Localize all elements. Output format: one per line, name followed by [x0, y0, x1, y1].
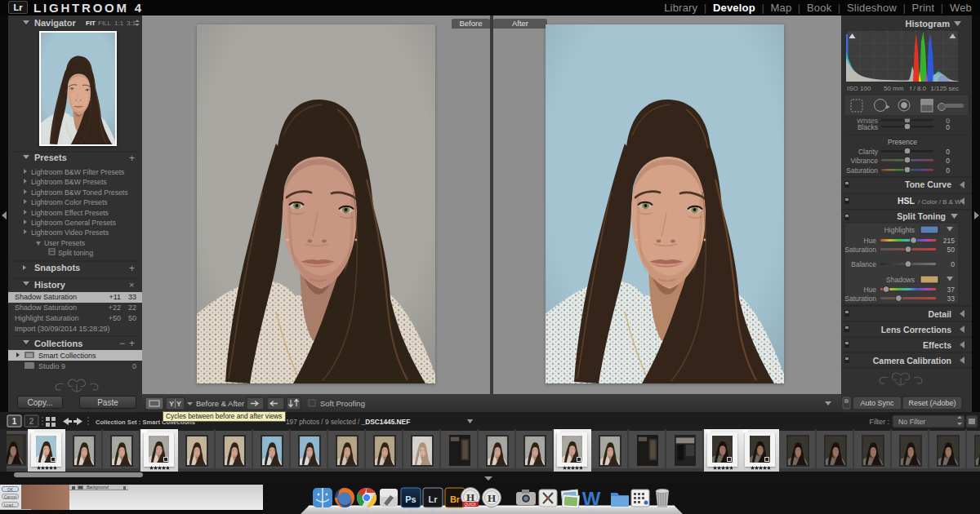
svg-text:Lightroom General Presets: Lightroom General Presets: [31, 219, 116, 227]
svg-text:−: −: [119, 338, 125, 349]
svg-text:Reset (Adobe): Reset (Adobe): [908, 399, 956, 407]
svg-text:Import (30/09/2014 15:28:29): Import (30/09/2014 15:28:29): [15, 325, 110, 333]
svg-text:+: +: [129, 338, 135, 349]
svg-text:Y: Y: [169, 400, 174, 408]
svg-text:f / 8.0: f / 8.0: [910, 85, 927, 92]
svg-text:50 mm: 50 mm: [884, 85, 904, 92]
svg-text:Saturation: Saturation: [846, 166, 878, 175]
svg-text:Ps: Ps: [405, 494, 416, 504]
svg-text:Lightroom B&W Filter Presets: Lightroom B&W Filter Presets: [31, 168, 125, 176]
svg-text:+22: +22: [109, 304, 121, 312]
svg-text:Lightroom Video Presets: Lightroom Video Presets: [31, 228, 109, 237]
svg-text:Snapshots: Snapshots: [34, 263, 80, 273]
svg-text:Balance: Balance: [851, 260, 876, 268]
svg-text:Collections: Collections: [34, 339, 82, 348]
svg-text:22: 22: [128, 304, 136, 312]
svg-text:Shadow Saturation: Shadow Saturation: [15, 293, 77, 301]
svg-text:197 photos / 9 selected / _DSC: 197 photos / 9 selected / _DSC1445.NEF: [286, 418, 410, 426]
svg-text:0: 0: [946, 157, 950, 165]
svg-text:Lightroom B&W Toned Presets: Lightroom B&W Toned Presets: [31, 188, 128, 197]
svg-text:Vibrance: Vibrance: [851, 157, 879, 165]
svg-text:1: 1: [12, 417, 17, 426]
svg-text:Highlights: Highlights: [884, 226, 915, 234]
svg-text:215: 215: [943, 237, 955, 245]
svg-text:Histogram: Histogram: [906, 19, 951, 29]
svg-text:50: 50: [947, 246, 956, 254]
svg-text:ISO 100: ISO 100: [847, 85, 871, 92]
svg-text:+11: +11: [109, 293, 121, 301]
svg-text:50: 50: [128, 314, 136, 322]
svg-text:Smart Collections: Smart Collections: [38, 352, 96, 360]
svg-text:History: History: [34, 280, 66, 290]
svg-text:Hue: Hue: [863, 286, 876, 294]
svg-text:QUICK: QUICK: [465, 503, 476, 507]
svg-text:HSL: HSL: [898, 196, 915, 206]
svg-text:0: 0: [132, 362, 136, 370]
svg-text:Blacks: Blacks: [858, 123, 878, 131]
svg-text:3:1: 3:1: [127, 20, 136, 27]
svg-text:0: 0: [946, 148, 950, 156]
svg-text:Saturation: Saturation: [844, 295, 876, 303]
svg-text:Presence: Presence: [888, 138, 917, 146]
svg-text:Clarity: Clarity: [858, 148, 879, 156]
svg-text:Effects: Effects: [923, 340, 951, 350]
svg-text:+50: +50: [109, 314, 121, 322]
svg-text:Auto Sync: Auto Sync: [860, 399, 894, 407]
svg-text:H: H: [488, 492, 496, 504]
svg-text:Hue: Hue: [863, 237, 876, 245]
svg-text:Tone Curve: Tone Curve: [905, 179, 951, 189]
svg-text:Before & After :: Before & After :: [196, 399, 248, 408]
svg-text:User Presets: User Presets: [44, 239, 86, 247]
svg-text:33: 33: [128, 293, 136, 301]
svg-text:Shadows: Shadows: [886, 276, 915, 284]
svg-text:Detail: Detail: [928, 309, 951, 319]
svg-text:Soft Proofing: Soft Proofing: [320, 399, 365, 408]
svg-text:Split Toning: Split Toning: [897, 211, 946, 221]
svg-text:+: +: [129, 153, 135, 164]
svg-text:0: 0: [946, 166, 950, 175]
svg-text:FILL: FILL: [98, 20, 112, 27]
svg-text:FIT: FIT: [86, 20, 96, 27]
svg-text:Lightroom Effect Presets: Lightroom Effect Presets: [31, 209, 109, 217]
svg-text:Highlight Saturation: Highlight Saturation: [15, 314, 79, 322]
svg-text:0: 0: [946, 123, 950, 131]
svg-text:1:1: 1:1: [114, 20, 124, 27]
svg-text:/ Color / B & W: / Color / B & W: [918, 198, 961, 206]
svg-text:×: ×: [129, 280, 134, 290]
svg-text:2: 2: [29, 417, 34, 426]
svg-text:Lr: Lr: [429, 494, 439, 504]
svg-text:Filter :: Filter :: [870, 418, 889, 426]
svg-text:Navigator: Navigator: [34, 18, 76, 28]
svg-text:Lightroom Color Presets: Lightroom Color Presets: [31, 198, 108, 206]
svg-text:No Filter: No Filter: [898, 418, 925, 426]
svg-text:Br: Br: [450, 494, 461, 504]
svg-text:Y: Y: [176, 400, 181, 408]
svg-text:Presets: Presets: [34, 153, 67, 162]
svg-text:Camera Calibration: Camera Calibration: [873, 356, 951, 366]
svg-text:Shadow Saturation: Shadow Saturation: [15, 304, 77, 312]
svg-text:Split toning: Split toning: [58, 249, 93, 257]
svg-text:37: 37: [947, 286, 956, 294]
svg-text:+: +: [129, 263, 135, 274]
svg-text:0: 0: [951, 260, 955, 268]
svg-text:Studio 9: Studio 9: [38, 362, 65, 370]
svg-text:W: W: [582, 488, 601, 510]
svg-text:Lens Corrections: Lens Corrections: [881, 325, 952, 335]
svg-text:Saturation: Saturation: [844, 246, 876, 254]
svg-text:H: H: [466, 491, 474, 503]
svg-text:1/125 sec: 1/125 sec: [930, 85, 959, 92]
svg-text:33: 33: [947, 295, 956, 303]
svg-text:Lightroom B&W Presets: Lightroom B&W Presets: [31, 178, 107, 186]
